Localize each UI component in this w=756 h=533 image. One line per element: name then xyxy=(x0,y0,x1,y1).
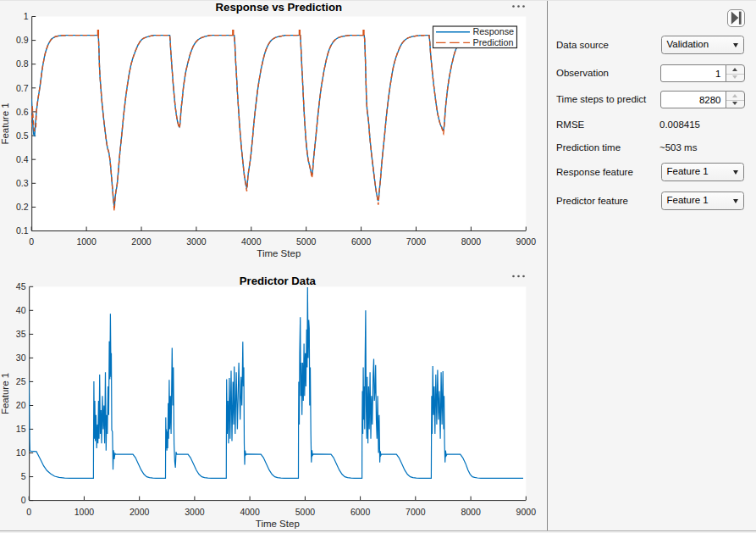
svg-text:10: 10 xyxy=(16,447,26,458)
svg-text:3000: 3000 xyxy=(186,236,207,247)
svg-text:Feature 1: Feature 1 xyxy=(0,373,10,414)
svg-text:7000: 7000 xyxy=(406,236,427,247)
svg-text:0.4: 0.4 xyxy=(16,154,29,164)
svg-text:3000: 3000 xyxy=(185,507,205,517)
svg-text:5000: 5000 xyxy=(296,236,317,247)
svg-text:Predictor Data: Predictor Data xyxy=(240,275,317,287)
svg-text:1: 1 xyxy=(24,11,29,21)
svg-text:15: 15 xyxy=(16,424,26,434)
svg-text:1000: 1000 xyxy=(74,507,95,517)
svg-text:7000: 7000 xyxy=(406,507,426,517)
svg-text:5: 5 xyxy=(21,471,26,481)
svg-text:8000: 8000 xyxy=(461,236,482,247)
svg-text:0.1: 0.1 xyxy=(16,225,29,236)
svg-text:0.5: 0.5 xyxy=(16,130,29,141)
svg-text:Response: Response xyxy=(473,26,515,36)
svg-text:25: 25 xyxy=(16,376,26,386)
svg-text:0.3: 0.3 xyxy=(16,178,29,188)
svg-text:2000: 2000 xyxy=(131,236,152,247)
svg-text:4000: 4000 xyxy=(240,507,260,517)
svg-text:5000: 5000 xyxy=(295,507,316,517)
svg-text:9000: 9000 xyxy=(516,507,537,517)
svg-text:0.6: 0.6 xyxy=(16,107,29,117)
svg-text:6000: 6000 xyxy=(351,236,372,247)
svg-text:0.2: 0.2 xyxy=(16,202,29,212)
svg-text:0: 0 xyxy=(26,507,31,517)
svg-text:Response vs Prediction: Response vs Prediction xyxy=(216,1,343,14)
svg-text:9000: 9000 xyxy=(516,236,537,247)
svg-text:0: 0 xyxy=(29,236,34,247)
svg-text:0.8: 0.8 xyxy=(16,58,29,69)
svg-text:40: 40 xyxy=(16,305,26,315)
svg-text:20: 20 xyxy=(16,400,26,410)
svg-text:4000: 4000 xyxy=(241,236,262,247)
svg-text:Feature 1: Feature 1 xyxy=(0,103,10,144)
svg-text:2000: 2000 xyxy=(130,507,150,517)
svg-text:35: 35 xyxy=(16,329,26,339)
svg-text:1000: 1000 xyxy=(76,236,97,247)
svg-text:Time Step: Time Step xyxy=(256,519,300,529)
svg-text:45: 45 xyxy=(16,281,26,291)
svg-text:0.9: 0.9 xyxy=(16,35,29,45)
svg-text:8000: 8000 xyxy=(461,507,481,517)
svg-text:6000: 6000 xyxy=(350,507,371,517)
svg-text:30: 30 xyxy=(16,353,26,363)
svg-text:Time Step: Time Step xyxy=(257,248,301,258)
svg-text:0.7: 0.7 xyxy=(16,83,29,93)
svg-text:Prediction: Prediction xyxy=(473,37,514,47)
svg-text:0: 0 xyxy=(21,495,26,505)
